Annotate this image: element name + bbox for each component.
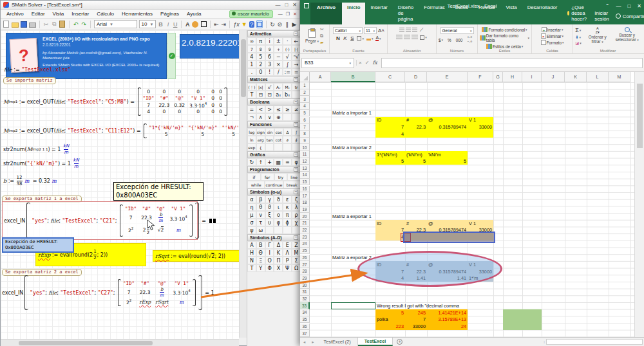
format-painter-icon[interactable]: ▰ (320, 40, 324, 45)
collapse-icon[interactable]: − (294, 167, 298, 172)
palette-symbol[interactable]: sign (256, 128, 265, 136)
cell-B20[interactable]: Matriz a exportar 1 (331, 213, 375, 220)
palette-symbol[interactable]: ≡ (283, 158, 292, 166)
grow-font-button[interactable]: A˄ (378, 28, 384, 33)
menu-item-cálculo[interactable]: Cálculo (93, 10, 117, 17)
autosum-button[interactable]: Σ▾ (574, 27, 582, 33)
palette-symbol[interactable]: √ (283, 53, 292, 60)
palette-symbol[interactable]: → (292, 60, 301, 68)
collapse-icon[interactable]: − (294, 122, 298, 127)
smath-vertical-scrollbar[interactable] (239, 30, 247, 338)
palette-symbol[interactable]: T (247, 91, 256, 98)
palette-symbol[interactable]: Υ (256, 264, 265, 272)
cell-E6[interactable]: @ (427, 117, 468, 124)
palette-symbol[interactable]: ε (283, 196, 292, 203)
palette-symbol[interactable]: ζ (292, 196, 301, 203)
font-name-select[interactable]: Calibri▾ (333, 27, 363, 34)
palette-symbol[interactable]: π (256, 37, 265, 45)
column-header-A[interactable]: A (310, 72, 331, 82)
row-header-28[interactable]: 28 (300, 268, 310, 275)
ribbon-tab-vista[interactable]: Vista (500, 3, 522, 24)
column-header-C[interactable]: C (375, 72, 405, 82)
fill-color-button[interactable]: ▾ (366, 36, 374, 41)
error-tooltip-selected[interactable]: Excepción de HRESULT: 0x800A03EC (2, 237, 74, 253)
ribbon-tab-archivo[interactable]: Archivo (310, 3, 342, 24)
align-middle-icon[interactable] (406, 28, 411, 33)
column-header-B[interactable]: B (331, 72, 375, 82)
palette-symbol[interactable]: Ζ (292, 241, 301, 249)
palette-symbol[interactable]: try (274, 173, 288, 181)
cell-C8[interactable]: 4 (375, 131, 405, 138)
tell-me-box[interactable]: ¿Qué desea hacer? (562, 3, 594, 24)
insert-function-icon[interactable]: fx (372, 60, 377, 66)
cell-D36[interactable]: 33000 (405, 323, 427, 331)
orientation-icon[interactable]: ⟋ (419, 27, 424, 33)
row-header-22[interactable]: 22 (300, 227, 310, 234)
palette-symbol[interactable]: Mᵥ (283, 83, 292, 91)
palette-symbol[interactable]: · (283, 37, 292, 45)
palette-symbol[interactable]: ¬ (247, 113, 256, 121)
insert-cells-button[interactable]: +Insertar▾ (541, 27, 564, 32)
palette-symbol[interactable]: ⊟ (256, 91, 265, 98)
cell-E12[interactable]: 5 (427, 158, 468, 165)
ribbon-tab-datos[interactable]: Datos (450, 3, 473, 24)
share-button[interactable]: Compartir (616, 14, 644, 19)
palette-symbol[interactable]: ι (274, 203, 283, 211)
cell-E7[interactable]: 0.315789474 (427, 123, 468, 131)
row-header-8[interactable]: 8 (300, 131, 310, 138)
palette-symbol[interactable]: φ (292, 158, 301, 166)
blue-selection-box[interactable] (403, 232, 495, 243)
palette-symbol[interactable]: ln (247, 136, 256, 143)
palette-symbol[interactable]: ψ (247, 226, 256, 234)
palette-symbol[interactable]: 1 (247, 60, 256, 68)
palette-symbol[interactable]: υ (265, 219, 274, 226)
cell-E21[interactable]: @ (427, 220, 468, 227)
ribbon-tab-fórmulas[interactable]: Fórmulas (419, 3, 450, 24)
column-header-F[interactable]: F (468, 72, 493, 82)
cell-C33[interactable]: Wrong result I got with "decimal comma (375, 302, 460, 309)
borders-button[interactable]: ▾ (356, 36, 365, 41)
run-button[interactable]: ▶ (292, 21, 297, 28)
cell-D11[interactable]: ('kN/'m) (405, 151, 427, 158)
palette-symbol[interactable]: ∞ (247, 37, 256, 45)
column-header-L[interactable]: L (587, 72, 609, 82)
number-format-select[interactable]: General▾ (440, 27, 474, 34)
redo-button[interactable]: ↷ (80, 20, 87, 28)
cell-F21[interactable]: V 1 (468, 220, 493, 227)
paste-button[interactable] (59, 20, 66, 28)
plugin-version-box[interactable]: 2.0.8219.22201 (180, 34, 239, 59)
delete-cells-button[interactable]: ×Eliminar▾ (540, 33, 564, 39)
equation-str2num-1[interactable]: str2num(MImp2 1 1) = 1 kNm (3, 143, 70, 155)
row-header-1[interactable]: 1 (300, 82, 310, 89)
palette-symbol[interactable]: φ (274, 219, 283, 226)
smath-worksheet[interactable]: ? EXCEL (2003+) I/O with recalculation a… (1, 30, 239, 339)
palette-symbol[interactable]: ⊡ (265, 91, 274, 98)
cell-E35[interactable]: 3.15789E+13 (427, 316, 468, 323)
palette-symbol[interactable]: = (292, 68, 301, 76)
enter-icon[interactable]: ✓ (365, 60, 370, 66)
palette-symbol[interactable]: θ (256, 203, 265, 211)
row-header-14[interactable]: 14 (300, 172, 310, 179)
palette-symbol[interactable]: exp (247, 143, 256, 151)
decimal-buttons[interactable]: ⁺·⁰ ⁻·⁰ (466, 35, 476, 44)
palette-symbol[interactable]: + (274, 45, 283, 53)
palette-symbol[interactable]: < (256, 105, 265, 113)
doc-close-button[interactable]: ✕ (293, 12, 297, 17)
merge-center-icon[interactable]: ▾ (419, 35, 428, 40)
cell-E11[interactable]: 'kN/'m (427, 151, 468, 158)
row-header-5[interactable]: 5 (300, 110, 310, 117)
palette-symbol[interactable]: χ (292, 219, 301, 226)
cell-C35[interactable]: polka (375, 316, 405, 323)
palette-symbol[interactable]: Λ (283, 249, 292, 257)
palette-symbol[interactable]: tan (265, 136, 274, 143)
row-header-16[interactable]: 16 (300, 186, 310, 193)
palette-symbol[interactable]: 7 (247, 45, 256, 53)
palette-symbol[interactable]: |·| (292, 45, 301, 53)
equation-import-matrix-2[interactable]: MImp2 := excel_OUT(file; "TestExcel"; "C… (3, 122, 239, 140)
palette-symbol[interactable]: ▦ (274, 158, 283, 166)
palette-symbol[interactable]: ∆ (283, 128, 292, 136)
palette-symbol[interactable]: ↑ (256, 158, 265, 166)
ribbon-tab-insertar[interactable]: Insertar (365, 3, 392, 24)
row-header-11[interactable]: 11 (300, 151, 310, 158)
cell-D12[interactable]: 5 (405, 158, 427, 165)
